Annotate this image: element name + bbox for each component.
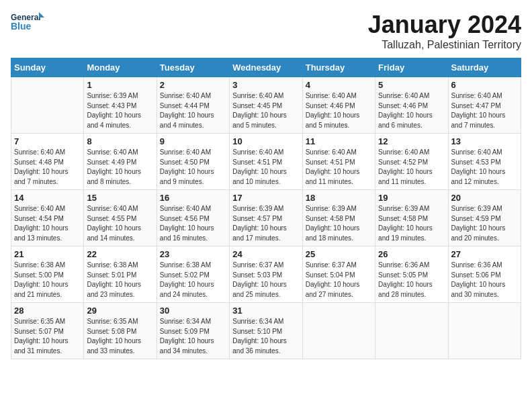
day-number: 26 <box>378 249 445 259</box>
calendar-cell: 9Sunrise: 6:40 AMSunset: 4:50 PMDaylight… <box>157 134 229 190</box>
calendar-cell: 16Sunrise: 6:40 AMSunset: 4:56 PMDayligh… <box>157 190 229 246</box>
day-number: 11 <box>306 136 372 146</box>
svg-marker-2 <box>39 12 44 17</box>
day-number: 8 <box>87 136 153 146</box>
day-number: 9 <box>160 136 226 146</box>
calendar-cell: 13Sunrise: 6:40 AMSunset: 4:53 PMDayligh… <box>448 134 521 190</box>
day-info: Sunrise: 6:40 AMSunset: 4:55 PMDaylight:… <box>87 204 153 243</box>
day-info: Sunrise: 6:34 AMSunset: 5:10 PMDaylight:… <box>232 317 299 356</box>
col-header-friday: Friday <box>375 58 448 77</box>
calendar-cell: 26Sunrise: 6:36 AMSunset: 5:05 PMDayligh… <box>375 246 448 303</box>
day-info: Sunrise: 6:35 AMSunset: 5:07 PMDaylight:… <box>14 317 81 356</box>
day-info: Sunrise: 6:40 AMSunset: 4:44 PMDaylight:… <box>160 91 226 130</box>
day-info: Sunrise: 6:37 AMSunset: 5:04 PMDaylight:… <box>306 261 372 300</box>
day-number: 20 <box>451 193 518 203</box>
calendar-cell <box>448 303 521 359</box>
calendar-cell <box>375 303 448 359</box>
logo-svg: General Blue <box>11 11 44 35</box>
calendar-week-row: 7Sunrise: 6:40 AMSunset: 4:48 PMDaylight… <box>11 134 521 190</box>
location-subtitle: Talluzah, Palestinian Territory <box>368 39 521 51</box>
calendar-cell: 30Sunrise: 6:34 AMSunset: 5:09 PMDayligh… <box>157 303 229 359</box>
day-info: Sunrise: 6:37 AMSunset: 5:03 PMDaylight:… <box>232 261 299 300</box>
day-info: Sunrise: 6:40 AMSunset: 4:45 PMDaylight:… <box>232 91 299 130</box>
title-block: January 2024 Talluzah, Palestinian Terri… <box>368 11 521 51</box>
day-info: Sunrise: 6:40 AMSunset: 4:54 PMDaylight:… <box>14 204 81 243</box>
logo: General Blue <box>11 11 44 35</box>
calendar-week-row: 14Sunrise: 6:40 AMSunset: 4:54 PMDayligh… <box>11 190 521 246</box>
calendar-cell: 20Sunrise: 6:39 AMSunset: 4:59 PMDayligh… <box>448 190 521 246</box>
day-info: Sunrise: 6:38 AMSunset: 5:00 PMDaylight:… <box>14 261 81 300</box>
col-header-sunday: Sunday <box>11 58 84 77</box>
day-info: Sunrise: 6:40 AMSunset: 4:56 PMDaylight:… <box>160 204 226 243</box>
calendar-week-row: 28Sunrise: 6:35 AMSunset: 5:07 PMDayligh… <box>11 303 521 359</box>
day-info: Sunrise: 6:39 AMSunset: 4:57 PMDaylight:… <box>232 204 299 243</box>
col-header-wednesday: Wednesday <box>230 58 302 77</box>
calendar-cell: 10Sunrise: 6:40 AMSunset: 4:51 PMDayligh… <box>230 134 302 190</box>
calendar-cell: 12Sunrise: 6:40 AMSunset: 4:52 PMDayligh… <box>375 134 448 190</box>
day-number: 30 <box>160 306 226 316</box>
calendar-cell: 8Sunrise: 6:40 AMSunset: 4:49 PMDaylight… <box>84 134 157 190</box>
day-number: 22 <box>87 249 153 259</box>
calendar-cell: 27Sunrise: 6:36 AMSunset: 5:06 PMDayligh… <box>448 246 521 303</box>
calendar-cell: 11Sunrise: 6:40 AMSunset: 4:51 PMDayligh… <box>302 134 375 190</box>
day-number: 13 <box>451 136 518 146</box>
day-number: 2 <box>160 80 226 90</box>
day-info: Sunrise: 6:40 AMSunset: 4:49 PMDaylight:… <box>87 148 153 187</box>
calendar-cell: 17Sunrise: 6:39 AMSunset: 4:57 PMDayligh… <box>230 190 302 246</box>
svg-text:Blue: Blue <box>11 21 32 32</box>
day-info: Sunrise: 6:40 AMSunset: 4:47 PMDaylight:… <box>451 91 518 130</box>
calendar-cell: 18Sunrise: 6:39 AMSunset: 4:58 PMDayligh… <box>302 190 375 246</box>
day-number: 14 <box>14 193 81 203</box>
month-title: January 2024 <box>368 11 521 39</box>
col-header-monday: Monday <box>84 58 157 77</box>
calendar-week-row: 21Sunrise: 6:38 AMSunset: 5:00 PMDayligh… <box>11 246 521 303</box>
day-info: Sunrise: 6:35 AMSunset: 5:08 PMDaylight:… <box>87 317 153 356</box>
day-number: 27 <box>451 249 518 259</box>
day-info: Sunrise: 6:40 AMSunset: 4:53 PMDaylight:… <box>451 148 518 187</box>
day-info: Sunrise: 6:39 AMSunset: 4:43 PMDaylight:… <box>87 91 153 130</box>
calendar-cell: 28Sunrise: 6:35 AMSunset: 5:07 PMDayligh… <box>11 303 84 359</box>
day-number: 6 <box>451 80 518 90</box>
day-number: 5 <box>378 80 445 90</box>
day-number: 7 <box>14 136 81 146</box>
calendar-cell: 29Sunrise: 6:35 AMSunset: 5:08 PMDayligh… <box>84 303 157 359</box>
page-header: General Blue January 2024 Talluzah, Pale… <box>11 11 521 51</box>
day-info: Sunrise: 6:40 AMSunset: 4:48 PMDaylight:… <box>14 148 81 187</box>
day-number: 28 <box>14 306 81 316</box>
day-number: 25 <box>306 249 372 259</box>
day-info: Sunrise: 6:40 AMSunset: 4:46 PMDaylight:… <box>378 91 445 130</box>
day-info: Sunrise: 6:40 AMSunset: 4:46 PMDaylight:… <box>306 91 372 130</box>
calendar-cell: 24Sunrise: 6:37 AMSunset: 5:03 PMDayligh… <box>230 246 302 303</box>
day-number: 15 <box>87 193 153 203</box>
day-info: Sunrise: 6:40 AMSunset: 4:50 PMDaylight:… <box>160 148 226 187</box>
day-info: Sunrise: 6:38 AMSunset: 5:01 PMDaylight:… <box>87 261 153 300</box>
day-info: Sunrise: 6:40 AMSunset: 4:52 PMDaylight:… <box>378 148 445 187</box>
calendar-header-row: SundayMondayTuesdayWednesdayThursdayFrid… <box>11 58 521 77</box>
calendar-week-row: 1Sunrise: 6:39 AMSunset: 4:43 PMDaylight… <box>11 77 521 134</box>
calendar-cell: 31Sunrise: 6:34 AMSunset: 5:10 PMDayligh… <box>230 303 302 359</box>
day-number: 1 <box>87 80 153 90</box>
day-number: 12 <box>378 136 445 146</box>
calendar-cell: 7Sunrise: 6:40 AMSunset: 4:48 PMDaylight… <box>11 134 84 190</box>
day-info: Sunrise: 6:34 AMSunset: 5:09 PMDaylight:… <box>160 317 226 356</box>
day-info: Sunrise: 6:40 AMSunset: 4:51 PMDaylight:… <box>232 148 299 187</box>
day-number: 21 <box>14 249 81 259</box>
calendar-cell: 6Sunrise: 6:40 AMSunset: 4:47 PMDaylight… <box>448 77 521 134</box>
calendar-cell: 2Sunrise: 6:40 AMSunset: 4:44 PMDaylight… <box>157 77 229 134</box>
calendar-cell: 25Sunrise: 6:37 AMSunset: 5:04 PMDayligh… <box>302 246 375 303</box>
day-number: 3 <box>232 80 299 90</box>
calendar-cell: 22Sunrise: 6:38 AMSunset: 5:01 PMDayligh… <box>84 246 157 303</box>
calendar-cell <box>302 303 375 359</box>
calendar-cell <box>11 77 84 134</box>
calendar-cell: 3Sunrise: 6:40 AMSunset: 4:45 PMDaylight… <box>230 77 302 134</box>
day-number: 24 <box>232 249 299 259</box>
day-number: 16 <box>160 193 226 203</box>
calendar-cell: 19Sunrise: 6:39 AMSunset: 4:58 PMDayligh… <box>375 190 448 246</box>
col-header-tuesday: Tuesday <box>157 58 229 77</box>
day-number: 19 <box>378 193 445 203</box>
day-info: Sunrise: 6:36 AMSunset: 5:05 PMDaylight:… <box>378 261 445 300</box>
col-header-thursday: Thursday <box>302 58 375 77</box>
day-number: 10 <box>232 136 299 146</box>
calendar-cell: 14Sunrise: 6:40 AMSunset: 4:54 PMDayligh… <box>11 190 84 246</box>
day-number: 4 <box>306 80 372 90</box>
